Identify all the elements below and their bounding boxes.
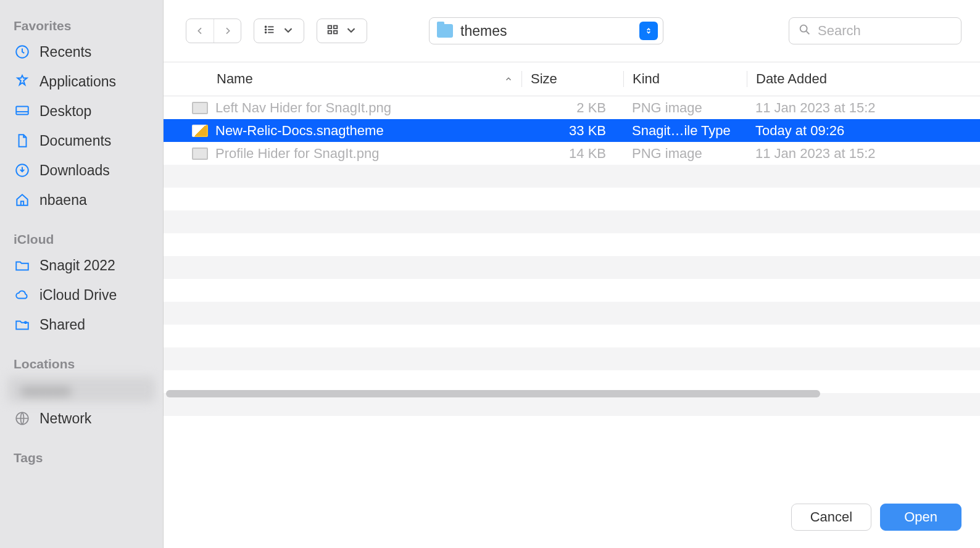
chevron-up-icon <box>504 71 513 87</box>
sidebar-item-snagit[interactable]: Snagit 2022 <box>0 251 163 280</box>
search-field[interactable] <box>789 17 961 44</box>
search-input[interactable] <box>818 23 952 39</box>
column-header-size[interactable]: Size <box>521 71 623 87</box>
sidebar-item-icloud-drive[interactable]: iCloud Drive <box>0 280 163 310</box>
chevron-down-icon <box>281 23 295 39</box>
snagtheme-file-icon <box>192 125 208 137</box>
file-size: 33 KB <box>521 123 623 139</box>
column-header-date[interactable]: Date Added <box>747 71 980 87</box>
back-button[interactable] <box>186 19 214 43</box>
svg-rect-10 <box>328 31 332 34</box>
empty-row <box>164 347 980 370</box>
file-row[interactable]: New-Relic-Docs.snagtheme 33 KB Snagit…il… <box>164 119 980 142</box>
empty-row <box>164 188 980 210</box>
view-mode-button[interactable] <box>254 19 304 43</box>
sidebar-item-documents[interactable]: Documents <box>0 126 163 156</box>
empty-row <box>164 256 980 279</box>
sidebar-item-label: Applications <box>39 73 116 90</box>
file-kind: PNG image <box>623 146 747 162</box>
file-name: Profile Hider for SnagIt.png <box>215 146 379 162</box>
sidebar-item-label: Desktop <box>39 103 91 120</box>
svg-rect-8 <box>328 26 332 29</box>
column-headers: Name Size Kind Date Added <box>164 62 980 96</box>
horizontal-scrollbar[interactable] <box>166 390 820 397</box>
sidebar-item-recents[interactable]: Recents <box>0 37 163 67</box>
current-folder-name: themes <box>460 23 632 39</box>
svg-point-7 <box>265 32 267 33</box>
shared-folder-icon <box>14 316 31 333</box>
file-name: Left Nav Hider for SnagIt.png <box>215 100 391 116</box>
sidebar-section-tags: Tags <box>0 444 163 469</box>
folder-path-select[interactable]: themes <box>429 17 663 44</box>
sidebar-item-hidden[interactable]: xxxxxxx <box>7 376 156 402</box>
list-icon <box>263 23 276 39</box>
file-name: New-Relic-Docs.snagtheme <box>215 123 384 139</box>
toolbar: themes <box>164 0 980 62</box>
file-row[interactable]: Profile Hider for SnagIt.png 14 KB PNG i… <box>164 142 980 165</box>
file-size: 2 KB <box>521 100 623 116</box>
sidebar-item-label: Recents <box>39 44 91 60</box>
sidebar-item-label: nbaena <box>39 192 87 209</box>
sidebar-item-label: iCloud Drive <box>39 287 117 304</box>
downloads-icon <box>14 162 31 179</box>
empty-row <box>164 165 980 188</box>
dialog-footer: Cancel Open <box>164 474 980 548</box>
file-kind: PNG image <box>623 100 747 116</box>
empty-row <box>164 279 980 302</box>
file-kind: Snagit…ile Type <box>623 123 747 139</box>
svg-rect-9 <box>334 26 338 29</box>
sidebar-item-label: Documents <box>39 133 111 149</box>
search-icon <box>798 23 812 39</box>
sidebar-item-label: Shared <box>39 317 85 333</box>
desktop-icon <box>14 102 31 120</box>
sidebar-item-label: Snagit 2022 <box>39 257 115 274</box>
group-by-button[interactable] <box>317 19 367 43</box>
sidebar-item-applications[interactable]: Applications <box>0 67 163 96</box>
file-list: Left Nav Hider for SnagIt.png 2 KB PNG i… <box>164 96 980 474</box>
nav-button-group <box>186 19 241 43</box>
clock-icon <box>14 43 31 60</box>
svg-point-3 <box>24 321 27 324</box>
open-button[interactable]: Open <box>880 504 961 531</box>
sidebar-item-shared[interactable]: Shared <box>0 310 163 339</box>
chevron-down-icon <box>344 23 358 39</box>
empty-row <box>164 233 980 256</box>
image-file-icon <box>192 147 208 160</box>
empty-row <box>164 302 980 325</box>
sidebar-item-label: Network <box>39 410 91 427</box>
sidebar-item-network[interactable]: Network <box>0 404 163 433</box>
cloud-icon <box>14 286 31 304</box>
sidebar-section-icloud: iCloud <box>0 226 163 251</box>
sidebar-section-favorites: Favorites <box>0 12 163 37</box>
grid-icon <box>326 23 339 39</box>
sidebar-item-home[interactable]: nbaena <box>0 185 163 215</box>
image-file-icon <box>192 102 208 114</box>
folder-icon <box>14 257 31 274</box>
sidebar-item-label: Downloads <box>39 162 110 179</box>
globe-icon <box>14 410 31 427</box>
svg-rect-1 <box>16 106 28 114</box>
cancel-button[interactable]: Cancel <box>791 504 871 531</box>
home-icon <box>14 191 31 209</box>
sidebar-section-locations: Locations <box>0 351 163 375</box>
svg-point-12 <box>800 25 807 32</box>
forward-button[interactable] <box>214 19 241 43</box>
svg-rect-11 <box>334 31 338 34</box>
file-row[interactable]: Left Nav Hider for SnagIt.png 2 KB PNG i… <box>164 96 980 119</box>
file-date: 11 Jan 2023 at 15:2 <box>747 146 980 162</box>
file-date: Today at 09:26 <box>747 123 980 139</box>
main-content: themes Name Size Kind Date Added Left Na… <box>164 0 980 548</box>
app-icon <box>14 73 31 90</box>
svg-point-6 <box>265 29 267 30</box>
empty-row <box>164 325 980 347</box>
document-icon <box>14 132 31 149</box>
folder-icon <box>437 24 453 38</box>
column-header-name[interactable]: Name <box>164 71 521 87</box>
column-header-kind[interactable]: Kind <box>623 71 747 87</box>
file-size: 14 KB <box>521 146 623 162</box>
sidebar: Favorites Recents Applications Desktop D… <box>0 0 164 548</box>
sidebar-item-downloads[interactable]: Downloads <box>0 156 163 185</box>
empty-row <box>164 210 980 233</box>
sidebar-item-desktop[interactable]: Desktop <box>0 96 163 126</box>
svg-point-5 <box>265 27 267 28</box>
